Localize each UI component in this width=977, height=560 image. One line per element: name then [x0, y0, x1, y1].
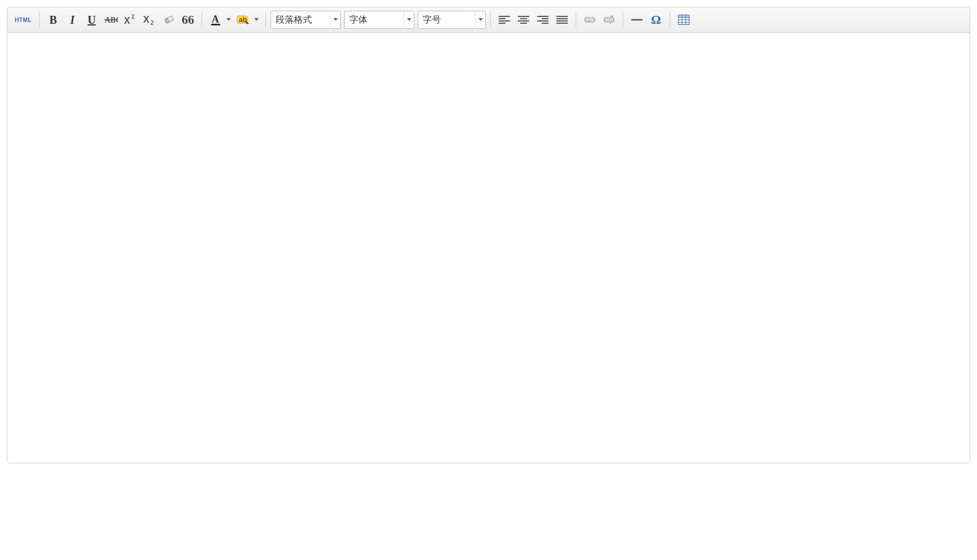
separator [623, 12, 623, 28]
superscript-icon: X 2 [124, 14, 136, 25]
font-size-select[interactable]: 字号 [418, 11, 486, 29]
align-center-icon [518, 15, 529, 24]
select-dropdown-btn[interactable] [475, 11, 485, 28]
paragraph-format-select[interactable]: 段落格式 [271, 11, 341, 29]
paragraph-format-value: 段落格式 [271, 14, 330, 26]
separator [202, 12, 202, 28]
align-center-button[interactable] [515, 11, 533, 28]
bold-button[interactable]: B [44, 11, 62, 28]
svg-text:X: X [143, 15, 149, 24]
subscript-button[interactable]: X 2 [140, 11, 158, 28]
font-color-dropdown[interactable] [224, 11, 233, 28]
align-left-button[interactable] [495, 11, 513, 28]
svg-rect-10 [211, 24, 220, 25]
editor-window: HTML B I U ABC X 2 X 2 [7, 7, 970, 463]
svg-text:ab: ab [239, 16, 247, 24]
font-color-icon: A [210, 14, 221, 26]
chevron-down-icon [254, 18, 259, 21]
remove-link-button[interactable] [600, 11, 618, 28]
chevron-down-icon [333, 18, 338, 21]
horizontal-rule-icon [631, 18, 642, 21]
align-left-icon [499, 15, 510, 24]
eraser-icon [162, 14, 175, 25]
align-right-button[interactable] [534, 11, 552, 28]
superscript-button[interactable]: X 2 [121, 11, 139, 28]
insert-link-button[interactable] [581, 11, 599, 28]
strikethrough-icon: ABC [104, 15, 118, 25]
strikethrough-button[interactable]: ABC [102, 11, 120, 28]
quote-icon: 66 [182, 15, 194, 25]
font-color-button[interactable]: A [207, 11, 225, 28]
svg-text:66: 66 [182, 15, 194, 25]
html-source-button[interactable]: HTML [12, 11, 35, 28]
italic-button[interactable]: I [63, 11, 82, 28]
highlight-button[interactable]: ab [234, 11, 252, 28]
separator [39, 12, 40, 28]
separator [670, 12, 670, 28]
align-justify-icon [556, 15, 568, 24]
svg-text:A: A [212, 14, 219, 25]
underline-button[interactable]: U [83, 11, 101, 28]
align-right-icon [537, 15, 549, 24]
svg-rect-34 [679, 15, 689, 18]
toolbar: HTML B I U ABC X 2 X 2 [7, 7, 970, 33]
chevron-down-icon [407, 18, 412, 21]
insert-table-button[interactable] [675, 11, 693, 28]
special-char-button[interactable]: Ω [647, 11, 665, 28]
chevron-down-icon [478, 18, 483, 21]
select-dropdown-btn[interactable] [404, 11, 414, 28]
table-icon [678, 15, 689, 25]
font-family-select[interactable]: 字体 [344, 11, 414, 29]
svg-line-30 [612, 16, 613, 17]
svg-text:2: 2 [151, 20, 154, 25]
horizontal-rule-button[interactable] [628, 11, 646, 28]
font-color-combo: A [207, 11, 233, 28]
select-dropdown-btn[interactable] [330, 11, 340, 28]
separator [265, 12, 266, 28]
editor-content[interactable] [7, 33, 970, 463]
separator [576, 12, 576, 28]
link-icon [584, 16, 596, 24]
svg-text:2: 2 [131, 14, 135, 20]
erase-format-button[interactable] [160, 11, 178, 28]
align-justify-button[interactable] [553, 11, 571, 28]
subscript-icon: X 2 [143, 14, 156, 25]
chevron-down-icon [226, 18, 231, 21]
font-size-value: 字号 [418, 14, 475, 26]
separator [490, 12, 491, 28]
unlink-icon [603, 15, 615, 25]
highlight-dropdown[interactable] [252, 11, 261, 28]
svg-text:X: X [124, 16, 130, 25]
highlight-combo: ab [234, 11, 261, 28]
font-family-value: 字体 [345, 14, 404, 26]
blockquote-button[interactable]: 66 [179, 11, 197, 28]
highlight-icon: ab [237, 14, 250, 25]
